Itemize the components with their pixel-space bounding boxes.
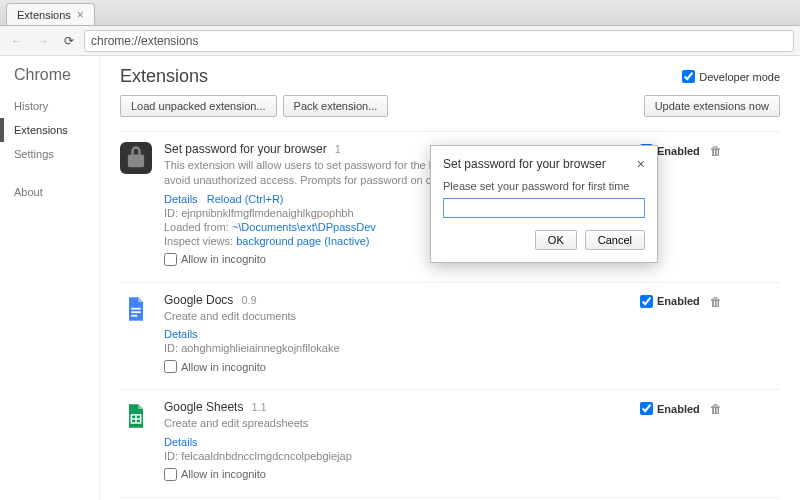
close-tab-icon[interactable]: × — [77, 8, 84, 22]
svg-rect-0 — [131, 308, 140, 310]
extension-name: Google Docs — [164, 293, 233, 307]
reload-button[interactable]: ⟳ — [58, 30, 80, 52]
extension-description: Create and edit spreadsheets — [164, 416, 504, 431]
page-title: Extensions — [120, 66, 208, 87]
load-unpacked-button[interactable]: Load unpacked extension... — [120, 95, 277, 117]
docs-icon — [122, 295, 150, 323]
extension-row: Google Docs0.9 Create and edit documents… — [120, 282, 780, 389]
sidebar: Chrome History Extensions Settings About — [0, 56, 100, 500]
developer-mode-checkbox[interactable] — [682, 70, 695, 83]
url-text: chrome://extensions — [91, 34, 198, 48]
reload-link[interactable]: Reload (Ctrl+R) — [207, 193, 284, 205]
tab-bar: Extensions × — [0, 0, 800, 26]
sidebar-item-extensions[interactable]: Extensions — [0, 118, 99, 142]
developer-mode-toggle[interactable]: Developer mode — [682, 70, 780, 83]
extension-version: 0.9 — [241, 294, 256, 306]
allow-incognito[interactable]: Allow in incognito — [164, 468, 628, 481]
tab-title: Extensions — [17, 9, 71, 21]
details-link[interactable]: Details — [164, 436, 198, 448]
enabled-toggle[interactable]: Enabled — [640, 402, 700, 415]
svg-rect-1 — [131, 311, 140, 313]
dialog-prompt: Please set your password for first time — [443, 180, 645, 192]
pack-extension-button[interactable]: Pack extension... — [283, 95, 389, 117]
trash-icon[interactable]: 🗑 — [710, 144, 722, 158]
sheets-icon — [122, 402, 150, 430]
dialog-close-icon[interactable]: × — [637, 156, 645, 172]
sidebar-item-about[interactable]: About — [0, 180, 99, 204]
extension-row: Google Sheets1.1 Create and edit spreads… — [120, 389, 780, 496]
forward-button[interactable]: → — [32, 30, 54, 52]
extension-name: Google Sheets — [164, 400, 243, 414]
main-content: Extensions Developer mode Load unpacked … — [100, 56, 800, 500]
details-link[interactable]: Details — [164, 193, 198, 205]
extension-id: aohghmighlieiainnegkojnfilokake — [181, 342, 339, 354]
extension-description: Create and edit documents — [164, 309, 504, 324]
ok-button[interactable]: OK — [535, 230, 577, 250]
svg-rect-2 — [131, 315, 137, 317]
trash-icon[interactable]: 🗑 — [710, 295, 722, 309]
extension-icon — [120, 400, 152, 432]
update-extensions-button[interactable]: Update extensions now — [644, 95, 780, 117]
password-input[interactable] — [443, 198, 645, 218]
toolbar: ← → ⟳ chrome://extensions — [0, 26, 800, 56]
loaded-from-path[interactable]: ~\Documents\ext\DPpassDev — [232, 221, 376, 233]
browser-tab[interactable]: Extensions × — [6, 3, 95, 25]
sidebar-item-settings[interactable]: Settings — [0, 142, 99, 166]
extension-version: 1.1 — [251, 401, 266, 413]
extension-id: ejnpnibnklfmgflmdenaighlkgpophbh — [181, 207, 353, 219]
extension-id: felcaaldnbdncclmgdcncolpebgiejap — [181, 450, 352, 462]
trash-icon[interactable]: 🗑 — [710, 402, 722, 416]
allow-incognito[interactable]: Allow in incognito — [164, 360, 628, 373]
sidebar-item-history[interactable]: History — [0, 94, 99, 118]
address-bar[interactable]: chrome://extensions — [84, 30, 794, 52]
extension-name: Set password for your browser — [164, 142, 327, 156]
brand-label: Chrome — [0, 66, 99, 94]
enabled-toggle[interactable]: Enabled — [640, 295, 700, 308]
inspect-view-link[interactable]: background page (Inactive) — [236, 235, 369, 247]
dialog-title: Set password for your browser — [443, 157, 606, 171]
extension-version: 1 — [335, 143, 341, 155]
password-dialog: Set password for your browser × Please s… — [430, 145, 658, 263]
extension-row: Google Slides0.9 Create and edit present… — [120, 497, 780, 500]
lock-icon — [122, 144, 150, 172]
details-link[interactable]: Details — [164, 328, 198, 340]
extension-icon — [120, 142, 152, 174]
extension-icon — [120, 293, 152, 325]
cancel-button[interactable]: Cancel — [585, 230, 645, 250]
back-button[interactable]: ← — [6, 30, 28, 52]
